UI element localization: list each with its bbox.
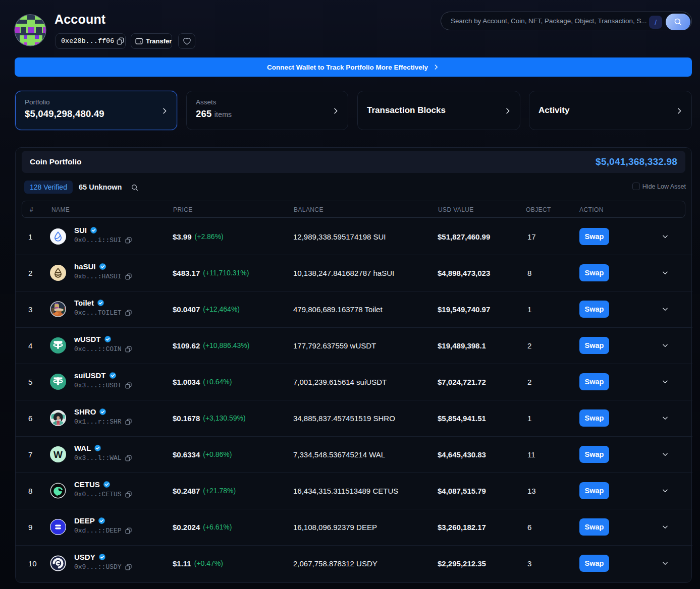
svg-text:W: W <box>53 449 63 460</box>
